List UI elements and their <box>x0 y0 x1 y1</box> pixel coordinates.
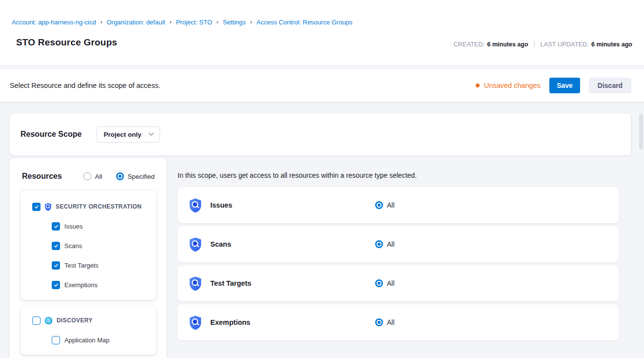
resource-scope-card: Resource Scope Project only <box>10 113 631 155</box>
screen: Account: app-harness-ng-cicd › Organizat… <box>0 0 644 358</box>
radio-access-all[interactable] <box>375 201 383 209</box>
discovery-icon <box>44 316 53 325</box>
breadcrumb-link-settings[interactable]: Settings <box>223 19 246 26</box>
radio-specified-label[interactable]: Specified <box>127 173 155 180</box>
resource-row-label: Test Targets <box>210 279 251 287</box>
resources-panel-header: Resources All Specified <box>22 172 155 181</box>
access-control: All <box>375 201 395 209</box>
page-title: STO Resource Groups <box>16 37 117 48</box>
breadcrumb-link-project[interactable]: Project: STO <box>176 19 212 26</box>
access-all-label[interactable]: All <box>387 240 395 248</box>
resource-scope-label: Resource Scope <box>20 130 81 139</box>
access-control: All <box>375 318 395 326</box>
access-control: All <box>375 240 395 248</box>
breadcrumb: Account: app-harness-ng-cicd › Organizat… <box>12 19 352 26</box>
group-name-label[interactable]: SECURITY ORCHESTRATION <box>56 203 141 210</box>
resource-scope-select[interactable]: Project only <box>97 126 160 143</box>
resources-panel: Resources All Specified <box>10 158 166 358</box>
breadcrumb-separator-icon: › <box>170 19 172 25</box>
checkbox-application-map[interactable] <box>52 336 60 344</box>
tree-item-issues: Issues <box>52 218 83 234</box>
resource-row-issues: Issues All <box>178 187 619 223</box>
tree-item-application-map: Application Map <box>52 332 110 348</box>
radio-access-all[interactable] <box>375 279 383 287</box>
checkbox-test-targets[interactable] <box>52 261 60 270</box>
unsaved-changes-label: Unsaved changes <box>484 82 541 89</box>
last-updated-label: LAST UPDATED: <box>541 41 589 48</box>
resources-title: Resources <box>22 172 62 181</box>
radio-all-label[interactable]: All <box>95 173 102 180</box>
checkbox-scans[interactable] <box>52 242 60 250</box>
breadcrumb-separator-icon: › <box>250 19 252 25</box>
save-button[interactable]: Save <box>549 78 580 93</box>
tree-item-exemptions: Exemptions <box>52 276 98 293</box>
breadcrumb-separator-icon: › <box>217 19 219 25</box>
resources-mode-group: All Specified <box>83 172 155 180</box>
last-updated-value: 6 minutes ago <box>591 41 632 48</box>
unsaved-dot-icon <box>476 84 480 87</box>
radio-access-all[interactable] <box>375 318 383 326</box>
tree-item-test-targets: Test Targets <box>52 257 99 274</box>
access-all-label[interactable]: All <box>387 318 395 326</box>
discard-button[interactable]: Discard <box>589 78 631 93</box>
sto-shield-icon <box>189 198 202 213</box>
resource-row-label: Issues <box>210 201 232 209</box>
chevron-down-icon <box>148 132 154 136</box>
tree-item-label[interactable]: Scans <box>64 242 82 250</box>
checkbox-exemptions[interactable] <box>52 281 60 289</box>
tree-item-label[interactable]: Test Targets <box>64 262 99 269</box>
toolbar-description: Select Resource and define its scope of … <box>10 82 161 89</box>
resource-row-label: Scans <box>210 240 231 248</box>
radio-specified[interactable] <box>116 172 124 180</box>
meta-divider <box>534 41 535 48</box>
tree-item-scans: Scans <box>52 237 82 254</box>
radio-access-all[interactable] <box>375 240 383 248</box>
checkbox-security-orchestration[interactable] <box>32 203 40 211</box>
resource-group-card-discovery: DISCOVERY Application Map <box>20 306 156 355</box>
resource-group-card-security-orchestration: SECURITY ORCHESTRATION Issues Scans Test… <box>20 190 156 300</box>
action-toolbar: Select Resource and define its scope of … <box>0 69 644 102</box>
access-all-label[interactable]: All <box>387 201 395 209</box>
scrollbar-thumb[interactable] <box>639 114 643 149</box>
group-header-row: DISCOVERY <box>32 312 93 329</box>
tree-item-label[interactable]: Application Map <box>64 337 110 344</box>
sto-shield-icon <box>189 276 202 291</box>
checkbox-discovery[interactable] <box>32 316 40 325</box>
resource-row-label: Exemptions <box>210 318 250 326</box>
tree-item-label[interactable]: Exemptions <box>64 281 98 289</box>
group-name-label[interactable]: DISCOVERY <box>57 317 93 324</box>
resource-row-exemptions: Exemptions All <box>178 304 619 340</box>
breadcrumb-separator-icon: › <box>101 19 102 25</box>
created-label: CREATED: <box>454 41 485 48</box>
sto-shield-icon <box>189 315 202 330</box>
header-meta: CREATED: 6 minutes ago LAST UPDATED: 6 m… <box>454 41 632 48</box>
page-header: Account: app-harness-ng-cicd › Organizat… <box>0 0 644 65</box>
radio-all[interactable] <box>83 172 91 180</box>
breadcrumb-link-resource-groups[interactable]: Access Control: Resource Groups <box>257 19 353 26</box>
sto-shield-icon <box>189 237 202 252</box>
checkbox-issues[interactable] <box>52 222 60 231</box>
scope-description: In this scope, users get access to all r… <box>178 171 417 179</box>
created-value: 6 minutes ago <box>487 41 528 48</box>
access-control: All <box>375 279 395 287</box>
group-header-row: SECURITY ORCHESTRATION <box>32 198 141 215</box>
toolbar-actions: Unsaved changes Save Discard <box>476 69 631 102</box>
breadcrumb-link-organization[interactable]: Organization: default <box>107 19 165 26</box>
sto-shield-icon <box>44 203 52 211</box>
access-all-label[interactable]: All <box>387 279 395 287</box>
resource-row-test-targets: Test Targets All <box>178 265 619 301</box>
tree-item-label[interactable]: Issues <box>64 223 83 230</box>
resource-scope-selected-value: Project only <box>103 131 141 138</box>
breadcrumb-link-account[interactable]: Account: app-harness-ng-cicd <box>12 19 96 26</box>
resource-row-scans: Scans All <box>178 226 619 262</box>
